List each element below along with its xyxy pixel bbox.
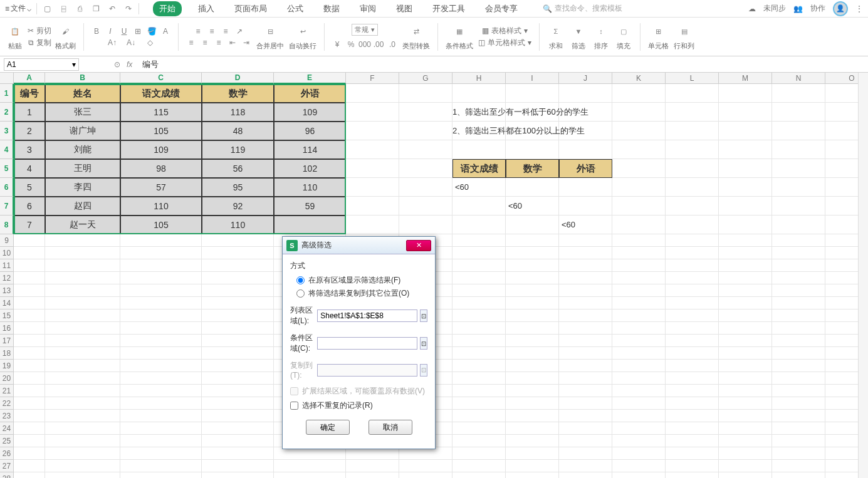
cell[interactable] [120, 435, 202, 447]
row-header-3[interactable]: 3 [0, 122, 14, 140]
cell[interactable] [559, 347, 612, 360]
cell[interactable] [120, 410, 202, 422]
cell[interactable] [202, 335, 274, 347]
cell[interactable] [14, 259, 45, 272]
cell[interactable]: 6 [14, 197, 45, 216]
cell[interactable] [772, 84, 825, 103]
cell[interactable] [772, 472, 825, 478]
cell[interactable] [45, 447, 120, 460]
cell[interactable] [612, 472, 666, 478]
cell[interactable] [772, 197, 825, 216]
cell[interactable] [346, 84, 399, 103]
cell[interactable] [559, 360, 612, 372]
cell[interactable] [14, 322, 45, 335]
more-icon[interactable]: ⋮ [855, 4, 863, 13]
cell[interactable] [612, 447, 666, 460]
cell[interactable] [45, 309, 120, 322]
tab-vip[interactable]: 会员专享 [481, 1, 521, 16]
cell[interactable] [559, 472, 612, 478]
cell[interactable] [452, 385, 506, 397]
cell[interactable]: 105 [120, 122, 202, 140]
cell[interactable]: 赵一天 [45, 216, 120, 234]
cell[interactable]: 96 [274, 122, 346, 140]
cell[interactable] [719, 447, 772, 460]
cell[interactable] [506, 322, 559, 335]
cell[interactable] [120, 422, 202, 435]
cell[interactable] [612, 216, 666, 234]
cell[interactable] [719, 178, 772, 197]
cell[interactable]: 编号 [14, 84, 45, 103]
cell[interactable] [506, 178, 559, 197]
cell[interactable] [399, 216, 452, 234]
cell[interactable] [452, 284, 506, 297]
align-right-icon[interactable]: ≡ [214, 38, 224, 48]
cell[interactable]: <60 [559, 216, 612, 234]
cell[interactable] [45, 360, 120, 372]
cell[interactable] [666, 216, 719, 234]
collab-label[interactable]: 协作 [810, 3, 825, 14]
cell[interactable] [719, 309, 772, 322]
row-header-26[interactable]: 26 [0, 447, 14, 460]
cell[interactable] [45, 297, 120, 309]
cell[interactable]: <60 [506, 197, 559, 216]
tab-start[interactable]: 开始 [153, 1, 182, 16]
percent-icon[interactable]: % [346, 39, 356, 49]
col-header-G[interactable]: G [399, 73, 452, 84]
avatar[interactable]: 👤 [833, 1, 848, 16]
undo-icon[interactable]: ↶ [107, 4, 117, 14]
cell[interactable] [120, 234, 202, 247]
row-header-15[interactable]: 15 [0, 309, 14, 322]
cell[interactable] [666, 140, 719, 159]
cell[interactable] [559, 309, 612, 322]
file-menu[interactable]: ≡ 文件 ⌵ [5, 3, 31, 14]
cell[interactable] [559, 410, 612, 422]
fx-icon[interactable]: fx [127, 60, 132, 69]
row-header-9[interactable]: 9 [0, 234, 14, 247]
cell[interactable] [506, 309, 559, 322]
save-icon[interactable]: ▢ [42, 4, 52, 14]
cell[interactable] [120, 284, 202, 297]
cell[interactable] [612, 335, 666, 347]
cell[interactable] [719, 284, 772, 297]
cell[interactable] [452, 297, 506, 309]
cell[interactable] [559, 247, 612, 259]
cell[interactable] [14, 335, 45, 347]
cell[interactable] [14, 360, 45, 372]
cell[interactable] [719, 435, 772, 447]
row-header-14[interactable]: 14 [0, 297, 14, 309]
clear-format-icon[interactable]: ◇ [145, 38, 155, 48]
cell[interactable] [14, 410, 45, 422]
cell[interactable] [772, 422, 825, 435]
select-all-corner[interactable] [0, 73, 14, 84]
increase-decimal-icon[interactable]: .00 [374, 39, 384, 49]
cell[interactable] [506, 140, 559, 159]
cell[interactable] [14, 234, 45, 247]
currency-icon[interactable]: ¥ [332, 39, 342, 49]
cell[interactable] [666, 247, 719, 259]
cell[interactable] [559, 385, 612, 397]
cell[interactable] [346, 472, 399, 478]
cell[interactable] [452, 447, 506, 460]
cell[interactable] [202, 309, 274, 322]
borders-icon[interactable]: ⊞ [133, 26, 143, 36]
cell[interactable] [452, 197, 506, 216]
tab-formula[interactable]: 公式 [283, 1, 307, 16]
cell[interactable]: 2 [14, 122, 45, 140]
cell[interactable]: 数学 [202, 84, 274, 103]
cell[interactable] [452, 259, 506, 272]
cell[interactable]: 119 [202, 140, 274, 159]
cell[interactable]: 98 [120, 159, 202, 178]
cell[interactable]: 4 [14, 159, 45, 178]
row-header-2[interactable]: 2 [0, 103, 14, 122]
comma-icon[interactable]: 000 [360, 39, 370, 49]
cell-button[interactable]: ⊞单元格 [648, 23, 669, 51]
align-bottom-icon[interactable]: ≡ [221, 26, 231, 36]
cell[interactable] [14, 372, 45, 385]
cell[interactable] [772, 247, 825, 259]
cell[interactable] [719, 84, 772, 103]
cell[interactable] [506, 216, 559, 234]
cell[interactable] [399, 472, 452, 478]
cell[interactable] [45, 410, 120, 422]
cell[interactable]: 赵四 [45, 197, 120, 216]
cell[interactable] [772, 335, 825, 347]
